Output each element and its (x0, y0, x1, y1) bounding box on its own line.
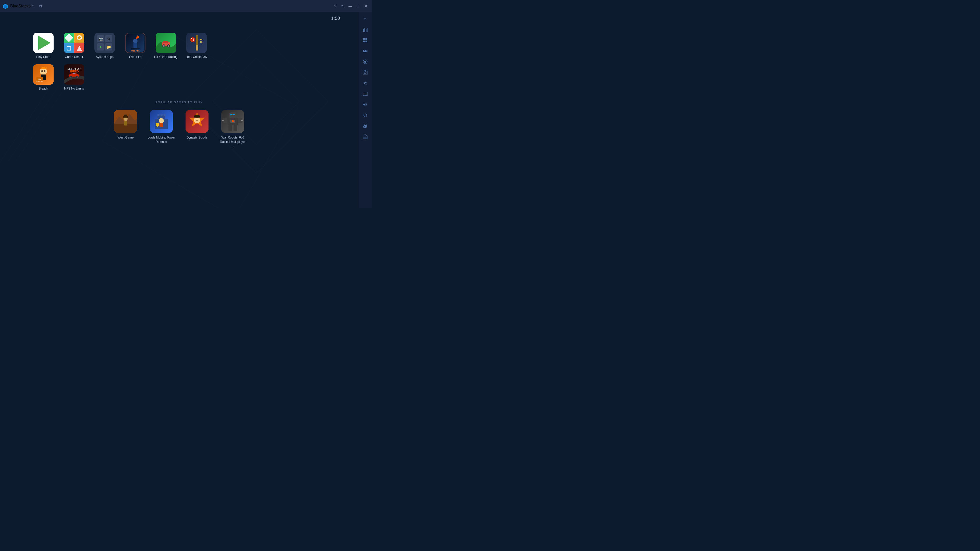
hill-climb-icon (156, 33, 176, 53)
menu-button[interactable]: ≡ (340, 3, 345, 9)
svg-point-90 (364, 72, 366, 74)
svg-text:FREE FIRE: FREE FIRE (131, 50, 140, 52)
west-game-icon-graphic (114, 110, 137, 133)
sidebar-icon-analytics[interactable] (361, 25, 370, 34)
svg-rect-76 (366, 29, 366, 32)
popular-item-lords-mobile[interactable]: Lords Mobile: Tower Defense (147, 110, 175, 148)
app-item-real-cricket[interactable]: RC 20 Real Cricket 3D (184, 33, 209, 59)
game-center-icon (64, 33, 84, 53)
svg-point-103 (366, 126, 366, 127)
bleach-icon: 5th Anniversary (33, 64, 54, 85)
bleach-label: Bleach (39, 87, 48, 91)
nfs-icon: NEED FOR SPEED (64, 64, 84, 85)
gc-quad-2 (74, 33, 84, 43)
game-center-icon-graphic (64, 33, 84, 53)
svg-rect-56 (164, 114, 165, 116)
app-item-play-store[interactable]: Play Store (30, 33, 56, 59)
war-robots-icon (221, 110, 244, 133)
app-item-free-fire[interactable]: FREE FIRE Free Fire (123, 33, 148, 59)
real-cricket-icon-graphic: RC 20 (186, 33, 207, 53)
sidebar-icon-store[interactable] (361, 132, 370, 141)
multiwindow-nav-button[interactable]: ⧉ (38, 3, 43, 9)
popular-item-dynasty-scrolls[interactable]: Dynasty Scrolls (183, 110, 211, 148)
svg-rect-9 (67, 47, 70, 50)
sidebar-icon-keyboard[interactable] (361, 89, 370, 98)
svg-text:RC: RC (200, 38, 203, 41)
svg-line-104 (364, 124, 364, 125)
free-fire-icon-graphic: FREE FIRE (126, 34, 145, 52)
sidebar-icon-settings[interactable] (361, 79, 370, 88)
popular-item-west-game[interactable]: West Game (111, 110, 140, 148)
app-item-game-center[interactable]: Game Center (61, 33, 87, 59)
svg-rect-95 (364, 93, 365, 94)
sysapp-files: 📁 (105, 43, 112, 51)
sidebar-icon-android[interactable] (361, 121, 370, 130)
svg-text:5th: 5th (38, 78, 41, 80)
svg-point-30 (41, 70, 43, 72)
bleach-icon-graphic: 5th Anniversary (33, 64, 54, 85)
svg-point-73 (232, 120, 234, 122)
west-game-label: West Game (118, 135, 134, 140)
dynasty-scrolls-icon (186, 110, 208, 133)
play-store-icon-graphic (33, 33, 54, 53)
svg-point-88 (364, 61, 366, 63)
svg-rect-78 (363, 38, 365, 40)
svg-rect-75 (364, 28, 365, 32)
popular-games-grid: West Game (21, 110, 338, 148)
clock-display: 1:50 (331, 16, 340, 21)
maximize-button[interactable]: □ (356, 3, 361, 9)
sidebar-icon-gamepad[interactable] (361, 46, 370, 56)
svg-point-57 (159, 118, 164, 123)
svg-text:Anniversary: Anniversary (36, 80, 43, 82)
home-nav-button[interactable]: ⌂ (30, 3, 35, 9)
app-item-nfs[interactable]: NEED FOR SPEED NFS No Limits (61, 64, 87, 91)
bluestacks-logo (3, 3, 8, 9)
app-item-bleach[interactable]: 5th Anniversary Bleach (30, 64, 56, 91)
west-game-icon (114, 110, 137, 133)
hill-climb-label: Hill Climb Racing (154, 55, 177, 59)
svg-rect-106 (363, 126, 364, 127)
gc-quad-4 (74, 43, 84, 53)
svg-rect-81 (366, 41, 367, 42)
svg-point-25 (190, 37, 195, 42)
svg-rect-71 (234, 125, 237, 131)
svg-rect-74 (363, 29, 364, 32)
lords-mobile-icon (150, 110, 173, 133)
real-cricket-icon: RC 20 (186, 33, 207, 53)
minimize-button[interactable]: — (347, 3, 354, 9)
gc-diamond-1 (65, 33, 73, 42)
sidebar-icon-record[interactable] (361, 57, 370, 66)
sidebar-icon-home[interactable]: ⌂ (361, 14, 370, 24)
app-grid-row2: 5th Anniversary Bleach (0, 64, 358, 91)
free-fire-icon: FREE FIRE (125, 33, 145, 53)
svg-rect-96 (365, 93, 366, 94)
svg-rect-108 (364, 127, 365, 128)
popular-item-war-robots[interactable]: War Robots. 6v6 Tactical Multiplayer ... (219, 110, 247, 148)
right-sidebar: ⌂ (358, 12, 372, 208)
sidebar-icon-apps[interactable] (361, 36, 370, 45)
app-title: BlueStacks (10, 4, 30, 8)
svg-point-31 (44, 70, 45, 72)
sysapp-browser: ● (97, 43, 104, 51)
sidebar-icon-volume[interactable] (361, 100, 370, 109)
dynasty-scrolls-icon-graphic (186, 110, 208, 133)
help-button[interactable]: ? (333, 3, 338, 9)
popular-games-section: POPULAR GAMES TO PLAY (0, 96, 358, 159)
svg-point-102 (364, 126, 365, 127)
sidebar-icon-rotate[interactable] (361, 111, 370, 120)
svg-point-60 (194, 117, 200, 123)
svg-rect-77 (367, 28, 368, 32)
svg-rect-84 (364, 50, 364, 52)
app-item-hill-climb[interactable]: Hill Climb Racing (153, 33, 179, 59)
popular-section-title: POPULAR GAMES TO PLAY (21, 101, 338, 104)
system-apps-icon-graphic: 📷 ⚙ ● 📁 (94, 33, 115, 53)
app-item-system-apps[interactable]: 📷 ⚙ ● 📁 System apps (92, 33, 118, 59)
sidebar-icon-screenshot[interactable] (361, 68, 370, 77)
close-button[interactable]: ✕ (363, 3, 369, 9)
real-cricket-label: Real Cricket 3D (186, 55, 207, 59)
svg-rect-23 (196, 35, 198, 45)
lords-mobile-icon-graphic (150, 110, 173, 133)
svg-point-11 (130, 48, 140, 49)
svg-point-39 (70, 76, 72, 78)
svg-point-19 (163, 45, 165, 47)
